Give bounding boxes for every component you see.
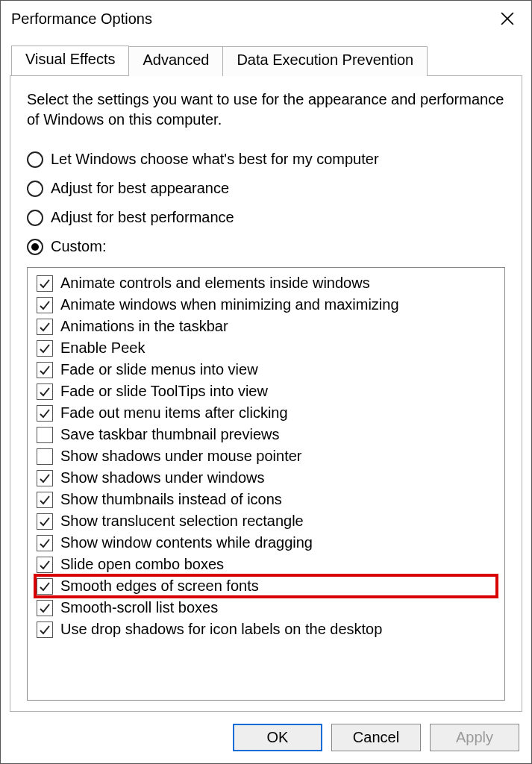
tab-content-visual-effects: Select the settings you want to use for … [10,75,522,712]
checkbox-option[interactable]: Save taskbar thumbnail previews [35,424,497,445]
check-icon [39,407,51,419]
check-icon [39,516,51,527]
intro-text: Select the settings you want to use for … [27,90,505,130]
checkbox-indicator[interactable] [37,405,53,422]
checkbox-indicator[interactable] [37,600,53,616]
checkbox-option[interactable]: Use drop shadows for icon labels on the … [35,619,497,640]
radio-option[interactable]: Adjust for best performance [27,209,505,226]
checkbox-label: Save taskbar thumbnail previews [60,426,279,443]
radio-indicator[interactable] [27,181,43,197]
checkbox-indicator[interactable] [37,448,53,465]
checkbox-label: Slide open combo boxes [60,556,224,573]
checkbox-indicator[interactable] [37,557,53,573]
check-icon [39,278,51,289]
check-icon [39,472,51,484]
tabstrip: Visual EffectsAdvancedData Execution Pre… [1,35,531,75]
check-icon [39,580,51,592]
checkbox-indicator[interactable] [37,621,53,638]
checkbox-indicator[interactable] [37,340,53,357]
checkbox-option[interactable]: Animate windows when minimizing and maxi… [35,294,497,316]
checkbox-label: Fade or slide ToolTips into view [60,383,268,400]
radio-label: Adjust for best appearance [51,180,229,197]
check-icon [39,386,51,398]
checkbox-label: Animate controls and elements inside win… [60,275,370,292]
checkbox-label: Fade out menu items after clicking [60,404,288,422]
check-icon [39,537,51,549]
checkbox-option[interactable]: Enable Peek [35,337,497,359]
radio-label: Custom: [51,238,106,255]
checkbox-indicator[interactable] [37,578,53,595]
checkbox-label: Show thumbnails instead of icons [60,491,282,508]
checkbox-indicator[interactable] [37,513,53,530]
checkbox-label: Use drop shadows for icon labels on the … [60,621,382,638]
checkbox-option[interactable]: Fade or slide ToolTips into view [35,381,497,402]
check-icon [39,364,51,376]
checkbox-option[interactable]: Smooth edges of screen fonts [35,575,497,597]
checkbox-indicator[interactable] [37,362,53,378]
checkbox-label: Smooth edges of screen fonts [60,577,259,595]
window-title: Performance Options [11,10,492,28]
radio-option[interactable]: Adjust for best appearance [27,180,505,197]
checkbox-indicator[interactable] [37,492,53,508]
apply-button[interactable]: Apply [430,724,519,751]
check-icon [39,342,51,354]
checkbox-option[interactable]: Animate controls and elements inside win… [35,272,497,294]
checkbox-label: Fade or slide menus into view [60,361,258,378]
effects-listbox[interactable]: Animate controls and elements inside win… [27,267,505,701]
titlebar: Performance Options [1,1,531,35]
checkbox-indicator[interactable] [37,319,53,335]
checkbox-indicator[interactable] [37,470,53,486]
tab-data-execution-prevention[interactable]: Data Execution Prevention [222,46,428,76]
radio-label: Adjust for best performance [51,209,234,226]
radio-indicator[interactable] [27,210,43,226]
checkbox-label: Smooth-scroll list boxes [60,599,218,616]
checkbox-indicator[interactable] [37,275,53,292]
check-icon [39,602,51,614]
check-icon [39,624,51,636]
close-icon [501,12,514,25]
checkbox-option[interactable]: Show shadows under windows [35,467,497,489]
checkbox-indicator[interactable] [37,535,53,551]
check-icon [39,321,51,333]
checkbox-indicator[interactable] [37,383,53,400]
checkbox-label: Show translucent selection rectangle [60,513,304,530]
radio-indicator[interactable] [27,239,43,255]
checkbox-label: Show shadows under windows [60,469,265,486]
checkbox-label: Animate windows when minimizing and maxi… [60,296,399,313]
checkbox-option[interactable]: Fade out menu items after clicking [35,402,497,424]
checkbox-indicator[interactable] [37,427,53,443]
radio-label: Let Windows choose what's best for my co… [51,151,379,168]
cancel-button[interactable]: Cancel [331,724,421,751]
checkbox-label: Enable Peek [60,339,145,357]
checkbox-option[interactable]: Show window contents while dragging [35,532,497,554]
checkbox-indicator[interactable] [37,297,53,313]
checkbox-option[interactable]: Smooth-scroll list boxes [35,597,497,619]
ok-button[interactable]: OK [233,724,322,751]
close-button[interactable] [492,5,522,32]
check-icon [39,559,51,571]
checkbox-option[interactable]: Animations in the taskbar [35,316,497,337]
checkbox-option[interactable]: Show translucent selection rectangle [35,510,497,532]
checkbox-option[interactable]: Show shadows under mouse pointer [35,445,497,467]
tab-visual-effects[interactable]: Visual Effects [11,46,129,75]
radio-option[interactable]: Custom: [27,238,505,255]
checkbox-option[interactable]: Slide open combo boxes [35,554,497,575]
dialog-footer: OK Cancel Apply [1,721,531,763]
checkbox-label: Show window contents while dragging [60,534,313,551]
checkbox-label: Animations in the taskbar [60,318,228,335]
performance-options-window: Performance Options Visual EffectsAdvanc… [0,0,532,764]
check-icon [39,494,51,506]
radio-group: Let Windows choose what's best for my co… [27,146,505,267]
tab-advanced[interactable]: Advanced [128,46,223,76]
checkbox-option[interactable]: Fade or slide menus into view [35,359,497,381]
checkbox-option[interactable]: Show thumbnails instead of icons [35,489,497,510]
check-icon [39,299,51,311]
checkbox-label: Show shadows under mouse pointer [60,448,302,465]
radio-option[interactable]: Let Windows choose what's best for my co… [27,151,505,168]
radio-indicator[interactable] [27,151,43,168]
